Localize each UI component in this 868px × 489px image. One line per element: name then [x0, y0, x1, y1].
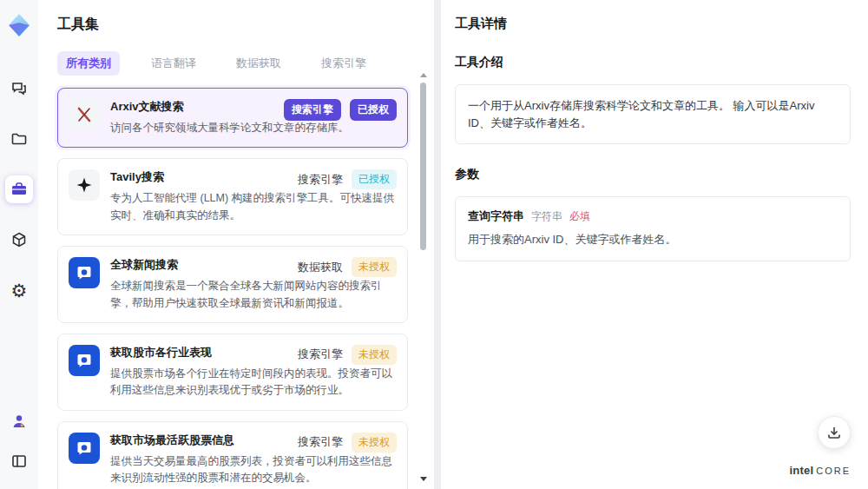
- sidebar-item-chat[interactable]: [5, 75, 33, 102]
- arxiv-icon: [69, 99, 100, 130]
- param-type: 字符串: [531, 209, 562, 224]
- news-search-icon: [69, 257, 100, 288]
- news-search-icon: [69, 433, 100, 464]
- status-badge: 已授权: [352, 169, 397, 189]
- category-label: 搜索引擎: [298, 347, 343, 362]
- tool-card-active-stocks[interactable]: 获取市场最活跃股票信息 提供当天交易量最高的股票列表，投资者可以利用这些信息来识…: [57, 421, 408, 489]
- list-scrollbar[interactable]: [420, 73, 427, 481]
- page-title: 工具集: [57, 16, 408, 34]
- intro-text-box: 一个用于从Arxiv存储库搜索科学论文和文章的工具。 输入可以是Arxiv ID…: [455, 84, 851, 144]
- download-button[interactable]: [818, 416, 851, 449]
- intro-section-title: 工具介绍: [455, 55, 851, 70]
- core-wordmark: CORE: [816, 466, 851, 476]
- tavily-icon: [69, 169, 100, 201]
- sidebar-item-toolbox[interactable]: [5, 175, 33, 203]
- tab-language-translation[interactable]: 语言翻译: [142, 51, 205, 76]
- sidebar-rail: ⚙: [0, 0, 38, 489]
- app-window: ⚙ 工具集 所有类别 语言翻: [0, 0, 868, 489]
- panel-layout-icon: [10, 453, 28, 470]
- scroll-up-arrow[interactable]: [420, 73, 427, 77]
- sidebar-item-settings[interactable]: ⚙: [5, 276, 33, 304]
- category-tabs: 所有类别 语言翻译 数据获取 搜索引擎: [57, 51, 408, 76]
- status-badge: 已授权: [350, 99, 397, 121]
- tool-description: 访问各个研究领域大量科学论文和文章的存储库。: [110, 120, 397, 136]
- param-required-flag: 必填: [569, 209, 590, 224]
- tool-list-panel: 工具集 所有类别 语言翻译 数据获取 搜索引擎 A: [38, 0, 434, 489]
- user-icon: [10, 413, 28, 430]
- diamond-logo-icon: [6, 12, 32, 38]
- tool-card-list: Arxiv文献搜索 访问各个研究领域大量科学论文和文章的存储库。 搜索引擎 已授…: [57, 88, 408, 489]
- category-label: 搜索引擎: [298, 434, 343, 450]
- tool-card-arxiv[interactable]: Arxiv文献搜索 访问各个研究领域大量科学论文和文章的存储库。 搜索引擎 已授…: [57, 88, 408, 148]
- category-badge: 搜索引擎: [284, 99, 341, 121]
- intel-core-logo: intelCORE: [789, 463, 851, 477]
- tab-search-engine[interactable]: 搜索引擎: [312, 51, 375, 76]
- sidebar-item-files[interactable]: [5, 125, 33, 153]
- chat-icon: [10, 80, 28, 97]
- folder-icon: [10, 130, 28, 148]
- scrollbar-thumb[interactable]: [420, 83, 426, 250]
- status-badge: 未授权: [352, 257, 397, 277]
- detail-title: 工具详情: [455, 16, 851, 32]
- status-badge: 未授权: [352, 433, 397, 453]
- tab-data-fetch[interactable]: 数据获取: [227, 51, 290, 76]
- download-icon: [826, 425, 842, 440]
- tab-all-categories[interactable]: 所有类别: [57, 51, 120, 76]
- parameter-card: 查询字符串 字符串 必填 用于搜索的Arxiv ID、关键字或作者姓名。: [455, 196, 851, 261]
- params-section-title: 参数: [455, 167, 851, 182]
- user-avatar[interactable]: [5, 407, 33, 435]
- category-label: 数据获取: [298, 260, 343, 275]
- news-search-icon: [69, 345, 100, 376]
- param-name: 查询字符串: [468, 208, 524, 224]
- cube-icon: [10, 231, 28, 248]
- briefcase-icon: [10, 181, 28, 198]
- collapse-panel-button[interactable]: [5, 447, 33, 475]
- app-logo[interactable]: [6, 12, 32, 38]
- param-description: 用于搜索的Arxiv ID、关键字或作者姓名。: [468, 232, 838, 248]
- scroll-down-arrow[interactable]: [420, 477, 427, 481]
- tool-detail-panel: 工具详情 工具介绍 一个用于从Arxiv存储库搜索科学论文和文章的工具。 输入可…: [441, 0, 868, 489]
- tool-description: 提供当天交易量最高的股票列表，投资者可以利用这些信息来识别流动性强的股票和潜在的…: [110, 453, 397, 487]
- tool-card-tavily[interactable]: Tavily搜索 专为人工智能代理 (LLM) 构建的搜索引擎工具。可快速提供实…: [57, 158, 408, 235]
- sidebar-item-packages[interactable]: [5, 226, 33, 254]
- status-badge: 未授权: [352, 345, 397, 365]
- gear-icon: ⚙: [11, 281, 28, 300]
- tool-card-sector-performance[interactable]: 获取股市各行业表现 提供股票市场各个行业在特定时间段内的表现。投资者可以利用这些…: [57, 334, 408, 411]
- tool-description: 提供股票市场各个行业在特定时间段内的表现。投资者可以利用这些信息来识别表现优于或…: [110, 366, 397, 400]
- tool-card-global-news[interactable]: 全球新闻搜索 全球新闻搜索是一个聚合全球各大新闻网站内容的搜索引擎，帮助用户快速…: [57, 246, 408, 323]
- tool-description: 全球新闻搜索是一个聚合全球各大新闻网站内容的搜索引擎，帮助用户快速获取全球最新资…: [110, 278, 397, 312]
- intel-wordmark: intel: [789, 464, 813, 477]
- category-label: 搜索引擎: [298, 172, 343, 188]
- tool-description: 专为人工智能代理 (LLM) 构建的搜索引擎工具。可快速提供实时、准确和真实的结…: [110, 190, 397, 224]
